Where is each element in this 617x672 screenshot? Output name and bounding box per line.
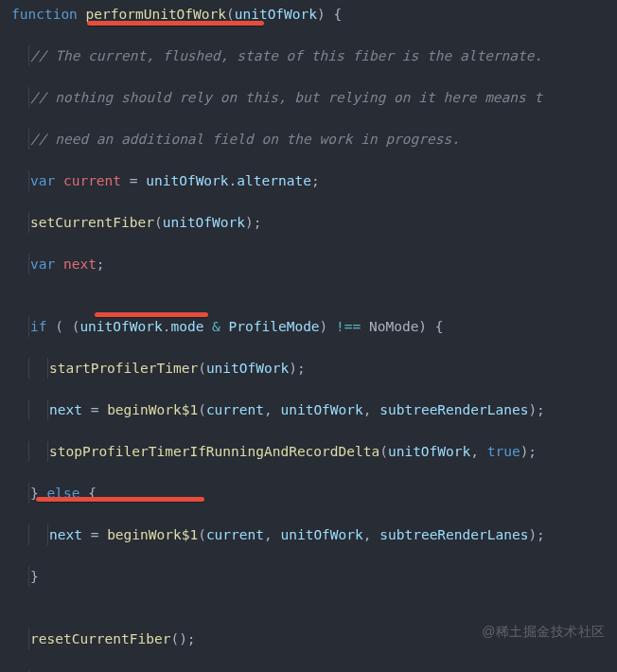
code-line: // The current, flushed, state of this f…	[11, 45, 617, 66]
code-line: setCurrentFiber(unitOfWork);	[11, 212, 617, 233]
code-line: stopProfilerTimerIfRunningAndRecordDelta…	[11, 441, 617, 462]
code-line: // need an additional field on the work …	[11, 129, 617, 150]
underline-annotation	[36, 497, 204, 502]
code-block: function performUnitOfWork(unitOfWork) {…	[0, 0, 617, 672]
code-line: if ( (unitOfWork.mode & ProfileMode) !==…	[11, 316, 617, 337]
code-line: next = beginWork$1(current, unitOfWork, …	[11, 399, 617, 420]
code-line: }	[11, 566, 617, 587]
code-line: var current = unitOfWork.alternate;	[11, 170, 617, 191]
underline-annotation	[95, 312, 208, 317]
code-line: var next;	[11, 254, 617, 274]
code-line: next = beginWork$1(current, unitOfWork, …	[11, 524, 617, 545]
code-line: startProfilerTimer(unitOfWork);	[11, 358, 617, 379]
underline-annotation	[87, 21, 264, 26]
watermark: @稀土掘金技术社区	[482, 621, 606, 642]
code-line: // nothing should rely on this, but rely…	[11, 87, 617, 108]
